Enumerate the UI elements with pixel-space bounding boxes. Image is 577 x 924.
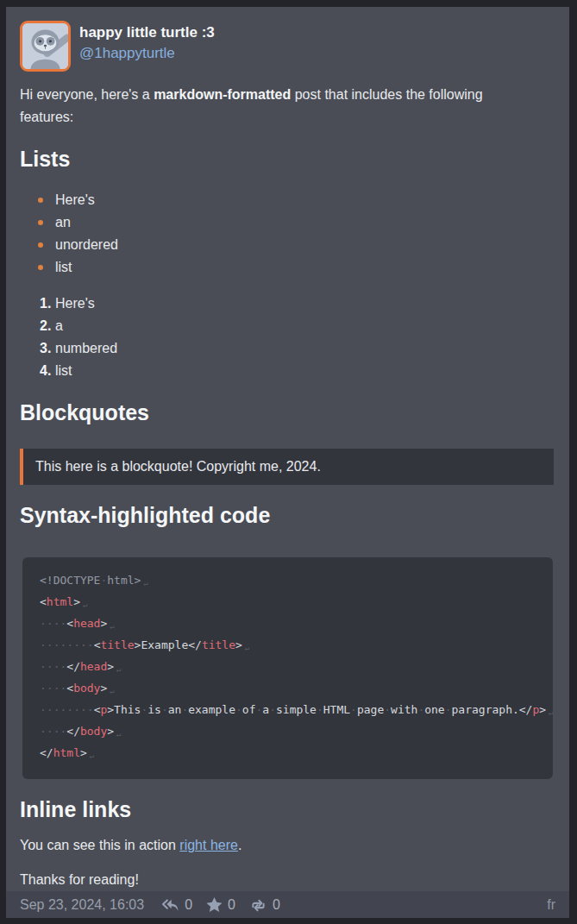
blockquote: This here is a blockquote! Copyright me,… xyxy=(20,449,554,485)
list-item: unordered xyxy=(20,234,554,256)
list-item: Here's xyxy=(20,189,554,211)
code-line: <html>↵ xyxy=(40,593,536,614)
handle-link[interactable]: @1happyturtle xyxy=(79,43,175,65)
heading-code: Syntax-highlighted code xyxy=(20,502,554,528)
code-line: ····</body>↵ xyxy=(40,722,536,744)
intro-text-start: Hi everyone, here's a xyxy=(20,87,154,102)
action-bar: 0 0 0 xyxy=(161,897,280,913)
favourite-button[interactable]: 0 xyxy=(206,897,235,913)
reply-icon xyxy=(161,898,179,913)
intro-paragraph: Hi everyone, here's a markdown-formatted… xyxy=(20,84,537,129)
list-item: a xyxy=(20,315,554,337)
boost-count: 0 xyxy=(273,897,280,913)
code-block: <!DOCTYPE·html>↵<html>↵····<head>↵······… xyxy=(22,557,553,779)
code-line: ····<body>↵ xyxy=(40,679,536,701)
code-line: ····<head>↵ xyxy=(40,614,536,636)
sloth-avatar-image xyxy=(22,23,68,69)
links-text-end: . xyxy=(238,838,241,852)
list-item: numbered xyxy=(20,337,554,360)
author-names: happy little turtle :3 @1happyturtle xyxy=(79,21,215,65)
boost-button[interactable]: 0 xyxy=(249,897,280,913)
intro-bold-text: markdown-formatted xyxy=(154,87,291,102)
timestamp-link[interactable]: Sep 23, 2024, 16:03 xyxy=(20,897,144,913)
list-item: list xyxy=(20,360,554,382)
favourite-count: 0 xyxy=(228,897,235,913)
heading-inline-links: Inline links xyxy=(20,796,554,822)
heading-lists: Lists xyxy=(20,146,554,172)
post-author-header: happy little turtle :3 @1happyturtle xyxy=(20,21,554,72)
heading-blockquotes: Blockquotes xyxy=(20,399,554,425)
links-text-start: You can see this in action xyxy=(20,838,179,852)
list-item: an xyxy=(20,211,554,234)
reply-count: 0 xyxy=(185,897,192,913)
code-line: </html>↵ xyxy=(40,744,536,765)
post-content: happy little turtle :3 @1happyturtle Hi … xyxy=(6,7,569,891)
avatar[interactable] xyxy=(20,21,71,72)
reply-button[interactable]: 0 xyxy=(161,897,192,913)
code-line: ········<p>This·is·an·example·of·a·simpl… xyxy=(40,701,536,722)
display-name: happy little turtle :3 xyxy=(79,23,215,43)
post-card: happy little turtle :3 @1happyturtle Hi … xyxy=(6,7,569,918)
ordered-list: Here'sanumberedlist xyxy=(20,292,554,382)
thanks-paragraph: Thanks for reading! xyxy=(20,869,554,891)
star-icon xyxy=(206,897,223,913)
unordered-list: Here'sanunorderedlist xyxy=(20,189,554,279)
right-here-link[interactable]: right here xyxy=(179,838,238,852)
code-line: ····</head>↵ xyxy=(40,657,536,679)
links-paragraph: You can see this in action right here. xyxy=(20,834,554,857)
code-line: <!DOCTYPE·html>↵ xyxy=(40,571,536,593)
language-tag: fr xyxy=(547,897,555,913)
list-item: list xyxy=(20,256,554,279)
post-footer: Sep 23, 2024, 16:03 0 0 xyxy=(6,891,569,918)
list-item: Here's xyxy=(20,292,554,315)
boost-icon xyxy=(249,898,267,913)
code-line: ········<title>Example</title>↵ xyxy=(40,636,536,657)
